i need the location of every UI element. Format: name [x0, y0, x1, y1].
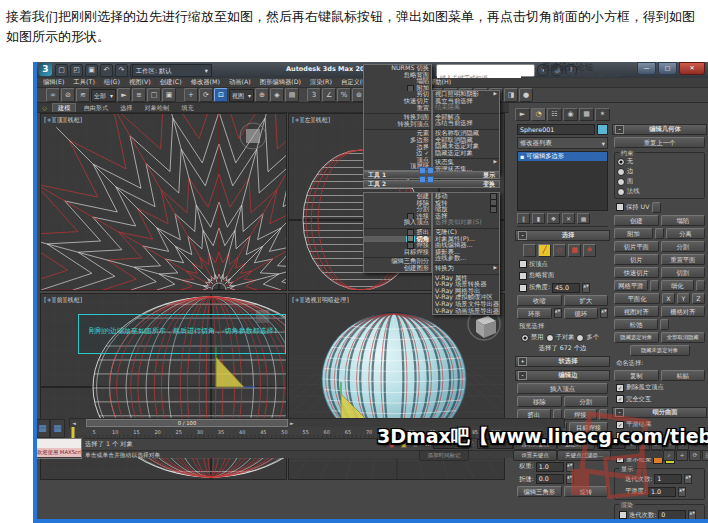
render-iterations-checkbox[interactable] [619, 511, 627, 519]
menu-item[interactable]: 工具(T) [74, 78, 95, 87]
redo-icon[interactable]: ↷ [115, 64, 128, 77]
select-and-rotate-icon[interactable]: ⟳ [199, 88, 213, 102]
edit-geometry-button[interactable]: 网格平滑 [614, 280, 648, 291]
settings-box[interactable] [652, 202, 661, 213]
next-frame-arrow[interactable]: ► [290, 419, 294, 427]
maxscript-mini-listener[interactable]: 欢迎使用 MAXScript [34, 438, 82, 459]
quad-menu-item[interactable]: 边界 [364, 144, 431, 151]
minimize-button[interactable]: — [637, 62, 656, 75]
quad-menu-item[interactable]: 转换到顶点 [364, 121, 431, 128]
grid-align-button[interactable]: 栅格对齐 [661, 306, 706, 317]
quad-menu-item[interactable]: 克隆(C) [433, 228, 499, 236]
quad-menu-item[interactable]: V-Ray 动画场景导出器 [433, 308, 499, 315]
settings-box[interactable] [490, 200, 497, 207]
quad-menu-item[interactable]: 移动 [433, 193, 499, 200]
quad-menu-item[interactable]: 全部解冻 [433, 113, 499, 121]
quad-menu-item[interactable]: 曲线编辑器... [433, 242, 499, 249]
shrink-button[interactable]: 收缩 [517, 295, 562, 306]
quad-menu-item[interactable]: 连接 [364, 213, 431, 220]
preview-radio[interactable] [546, 334, 554, 342]
quad-menu-item[interactable]: 快速切片 [364, 98, 431, 105]
quad-menu-item[interactable]: 多边形 [364, 137, 431, 144]
paste-button[interactable]: 粘贴 [661, 370, 706, 381]
preview-radio[interactable] [521, 334, 529, 342]
quad-menu-item[interactable]: V-Ray 场景文件导出器 [433, 301, 499, 308]
quad-menu-item[interactable]: 插入顶点 [364, 219, 431, 226]
edit-geometry-button[interactable]: 切割 [661, 267, 706, 278]
viewport-label[interactable]: [+][透视][明暗处理] [292, 296, 349, 305]
modifier-stack[interactable]: ▪可编辑多边形 [517, 151, 608, 211]
view-align-button[interactable]: 视图对齐 [614, 306, 659, 317]
settings-box[interactable] [407, 236, 414, 243]
hide-selected-button[interactable]: 隐藏选定对象 [614, 332, 659, 343]
quad-menu-item[interactable]: 孤立当前选择 [433, 98, 499, 105]
edit-edges-button[interactable]: 焊接 [564, 409, 598, 420]
checkbox[interactable] [616, 384, 624, 392]
edit-edges-button[interactable]: 移除 [517, 396, 562, 407]
quad-menu-item[interactable]: 对象属性(P)... [433, 236, 499, 243]
utilities-tab-icon[interactable]: ✶ [595, 108, 610, 121]
menu-item[interactable]: 渲染(R) [310, 78, 332, 87]
quad-menu-item[interactable]: 重置 [364, 105, 431, 112]
quad-menu-item[interactable]: 摄影表... [433, 249, 499, 256]
rollout-selection[interactable]: -选择 [515, 230, 610, 241]
menu-item[interactable]: 编辑(E) [43, 78, 65, 87]
select-by-name-icon[interactable]: ≡ [132, 88, 146, 102]
quad-menu-item[interactable]: 冻结当前选择 [433, 120, 499, 127]
rollout-soft-selection[interactable]: +软选择 [515, 356, 610, 367]
quad-menu-item[interactable]: 附加 [364, 85, 431, 92]
quad-menu-item[interactable]: 全部取消隐藏 [433, 137, 499, 144]
ribbon-tab[interactable]: 建模 [52, 103, 76, 112]
orbit-icon[interactable]: ⟳ [689, 450, 701, 461]
motion-tab-icon[interactable]: ◉ [563, 108, 578, 121]
select-and-scale-icon[interactable]: ⊡ [214, 88, 228, 102]
display-smoothness-value[interactable]: 1.0 [648, 487, 676, 497]
settings-box[interactable] [655, 228, 664, 239]
insert-vertex-button[interactable]: 插入顶点 [517, 383, 608, 394]
modify-tab-icon[interactable]: ◔ [531, 108, 546, 121]
spinner[interactable]: ▲▼ [582, 283, 590, 293]
preserve-uv-checkbox[interactable] [616, 203, 624, 211]
constraint-radio[interactable] [617, 168, 625, 176]
use-pivot-center-icon[interactable]: ⊕ [255, 88, 269, 102]
rendered-frame-icon[interactable]: ◨ [504, 88, 518, 102]
keyboard-override-icon[interactable]: ▤ [285, 88, 299, 102]
render-production-icon[interactable]: ● [519, 88, 533, 102]
quad-menu-item[interactable]: 转换到面 [364, 113, 431, 121]
quad-menu-item[interactable]: 塌陷 [364, 78, 431, 85]
grow-button[interactable]: 扩大 [564, 295, 609, 306]
save-file-icon[interactable]: ▣ [85, 64, 98, 77]
object-name-field[interactable]: Sphere001 [517, 124, 595, 135]
rollout-edit-geometry[interactable]: -编辑几何体 [612, 124, 707, 135]
quad-menu-item[interactable]: 忽略背面 [364, 72, 431, 79]
ribbon-tab[interactable]: 自由形式 [78, 104, 113, 112]
checkbox[interactable] [616, 395, 624, 403]
constraint-radio[interactable] [617, 158, 625, 166]
by-vertex-checkbox[interactable] [519, 260, 527, 268]
quad-menu-item[interactable]: 挤出 [364, 228, 431, 236]
spinner[interactable]: ▲▼ [684, 474, 692, 484]
quad-menu-item[interactable]: V-Ray 网格导出 [433, 288, 499, 295]
edit-geometry-button[interactable]: 创建 [614, 215, 659, 226]
unhide-all-button[interactable]: 全部取消隐藏 [661, 332, 706, 343]
create-tab-icon[interactable]: ► [515, 108, 530, 121]
settings-box[interactable] [407, 85, 414, 92]
quad-menu-item[interactable]: 选择类似对象(S) [433, 219, 499, 226]
menu-item[interactable]: 图形编辑器(D) [260, 78, 301, 87]
zoom-icon[interactable]: ⌕ [663, 450, 675, 461]
edit-geometry-button[interactable]: 切片 [614, 254, 659, 265]
select-and-move-icon[interactable]: + [184, 88, 198, 102]
modifier-list-dropdown[interactable]: 修改器列表▾ [517, 137, 608, 149]
spinner[interactable]: ▲▼ [566, 462, 574, 472]
remove-modifier-icon[interactable]: ✕ [562, 213, 575, 224]
quad-menu-item[interactable]: 隐藏选定对象 [433, 150, 499, 157]
maximize-viewport-icon[interactable]: ◱ [702, 450, 708, 461]
window-crossing-icon[interactable]: ▣ [162, 88, 176, 102]
ribbon-tab[interactable]: 填充 [176, 104, 198, 112]
quad-menu-item[interactable]: 目标焊接 [364, 249, 431, 256]
turn-button[interactable]: 旋转 [564, 486, 609, 497]
angle-snap-icon[interactable]: ∠ [322, 88, 336, 102]
quad-menu-item[interactable]: 转换为▶ [433, 264, 499, 272]
hierarchy-tab-icon[interactable]: ☷ [547, 108, 562, 121]
edit-geometry-button[interactable]: 分离 [666, 228, 705, 239]
